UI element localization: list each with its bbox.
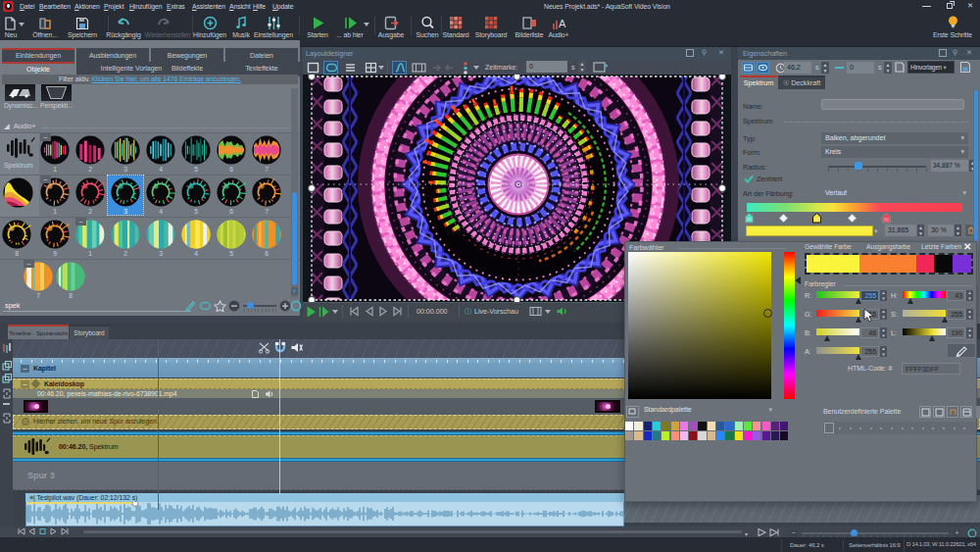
svg-text:A: A — [559, 18, 566, 29]
